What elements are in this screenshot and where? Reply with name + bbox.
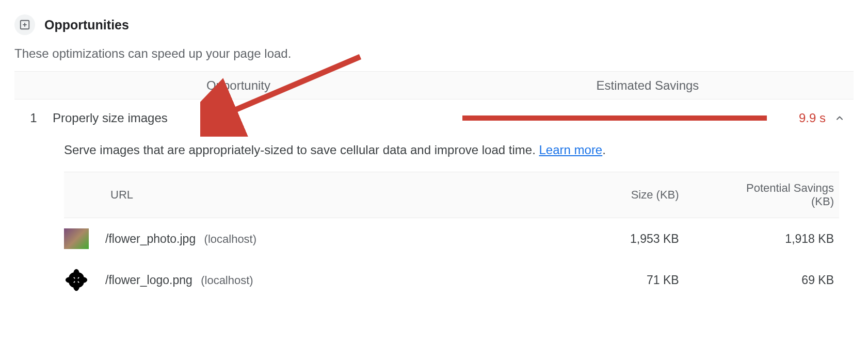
resource-path: /flower_photo.jpg [105,232,196,245]
size-cell: 1,953 KB [575,218,684,260]
column-opportunity: Opportunity [14,78,462,93]
resource-path: /flower_logo.png [105,273,192,287]
table-header-url: URL [64,172,575,218]
section-title: Opportunities [44,18,129,32]
table-row: /flower_photo.jpg (localhost) 1,953 KB 1… [64,218,839,260]
resource-cell: /flower_photo.jpg (localhost) [64,218,575,259]
section-subtitle: These optimizations can speed up your pa… [14,46,854,61]
opportunity-bar-cell [462,115,774,121]
opportunity-bar [462,115,767,121]
opportunity-row[interactable]: 1 Properly size images 9.9 s [14,100,854,137]
table-header-potential: Potential Savings (KB) [684,172,839,218]
thumbnail-icon [64,228,89,249]
opportunity-description-suffix: . [602,143,606,157]
table-header-row: URL Size (KB) Potential Savings (KB) [64,172,839,218]
opportunity-savings-value: 9.9 s [774,111,826,125]
column-savings: Estimated Savings [462,78,854,93]
size-cell: 71 KB [575,259,684,301]
learn-more-link[interactable]: Learn more [539,143,602,157]
opportunities-icon [14,14,35,35]
section-header: Opportunities [14,14,854,35]
resource-host: (localhost) [204,233,256,245]
opportunity-title: Properly size images [53,111,462,125]
chevron-up-icon[interactable] [826,113,854,123]
table-header-size: Size (KB) [575,172,684,218]
resource-cell: /flower_logo.png (localhost) [64,259,575,301]
details-table: URL Size (KB) Potential Savings (KB) /fl… [64,172,839,301]
opportunity-description-text: Serve images that are appropriately-size… [64,143,539,157]
resource-host: (localhost) [201,274,253,287]
potential-cell: 69 KB [684,259,839,301]
thumbnail-icon [64,270,89,290]
opportunity-index: 1 [14,111,53,125]
table-row: /flower_logo.png (localhost) 71 KB 69 KB [64,259,839,301]
column-headers: Opportunity Estimated Savings [14,71,854,100]
opportunity-detail: Serve images that are appropriately-size… [14,137,854,315]
opportunity-description: Serve images that are appropriately-size… [64,143,839,157]
potential-cell: 1,918 KB [684,218,839,260]
